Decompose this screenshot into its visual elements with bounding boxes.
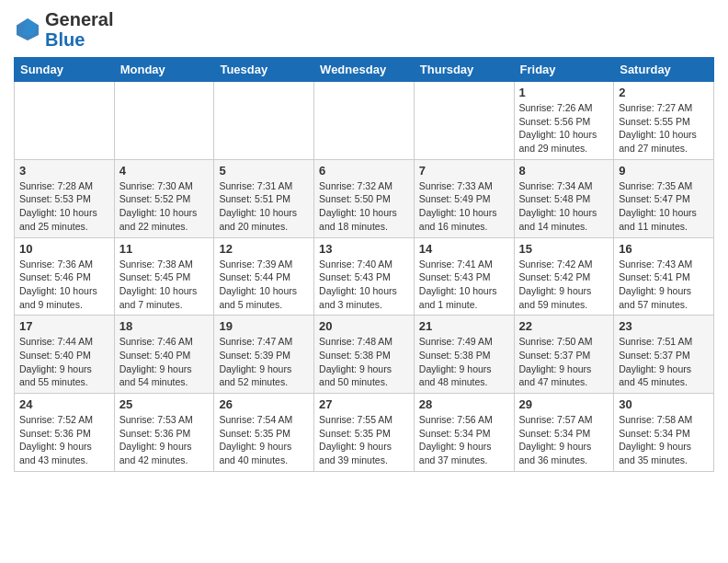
weekday-header-monday: Monday bbox=[114, 58, 214, 82]
weekday-header-thursday: Thursday bbox=[414, 58, 514, 82]
day-number: 17 bbox=[19, 319, 109, 333]
day-cell-14: 14Sunrise: 7:41 AM Sunset: 5:43 PM Dayli… bbox=[414, 237, 514, 316]
day-number: 21 bbox=[419, 319, 509, 333]
day-info: Sunrise: 7:51 AM Sunset: 5:37 PM Dayligh… bbox=[619, 335, 709, 389]
day-number: 12 bbox=[219, 242, 309, 256]
day-number: 13 bbox=[319, 242, 409, 256]
day-number: 1 bbox=[519, 86, 609, 99]
day-number: 9 bbox=[619, 164, 709, 178]
day-cell-18: 18Sunrise: 7:46 AM Sunset: 5:40 PM Dayli… bbox=[114, 316, 214, 394]
day-info: Sunrise: 7:42 AM Sunset: 5:42 PM Dayligh… bbox=[519, 258, 609, 312]
day-info: Sunrise: 7:36 AM Sunset: 5:46 PM Dayligh… bbox=[19, 258, 109, 312]
day-cell-21: 21Sunrise: 7:49 AM Sunset: 5:38 PM Dayli… bbox=[414, 316, 514, 394]
day-info: Sunrise: 7:55 AM Sunset: 5:35 PM Dayligh… bbox=[319, 413, 409, 467]
day-number: 18 bbox=[119, 319, 210, 333]
day-number: 2 bbox=[619, 86, 709, 99]
day-number: 14 bbox=[419, 242, 509, 256]
week-row-5: 24Sunrise: 7:52 AM Sunset: 5:36 PM Dayli… bbox=[15, 394, 714, 472]
day-cell-9: 9Sunrise: 7:35 AM Sunset: 5:47 PM Daylig… bbox=[614, 159, 714, 237]
weekday-header-wednesday: Wednesday bbox=[314, 58, 415, 82]
day-info: Sunrise: 7:41 AM Sunset: 5:43 PM Dayligh… bbox=[419, 258, 509, 312]
day-cell-23: 23Sunrise: 7:51 AM Sunset: 5:37 PM Dayli… bbox=[614, 316, 714, 394]
day-info: Sunrise: 7:49 AM Sunset: 5:38 PM Dayligh… bbox=[419, 335, 509, 389]
day-info: Sunrise: 7:39 AM Sunset: 5:44 PM Dayligh… bbox=[219, 258, 309, 312]
day-number: 3 bbox=[19, 164, 109, 178]
calendar-table: SundayMondayTuesdayWednesdayThursdayFrid… bbox=[14, 57, 714, 472]
day-info: Sunrise: 7:43 AM Sunset: 5:41 PM Dayligh… bbox=[619, 258, 709, 312]
day-cell-25: 25Sunrise: 7:53 AM Sunset: 5:36 PM Dayli… bbox=[114, 394, 214, 472]
day-info: Sunrise: 7:31 AM Sunset: 5:51 PM Dayligh… bbox=[219, 179, 309, 234]
day-number: 23 bbox=[619, 319, 709, 333]
day-info: Sunrise: 7:38 AM Sunset: 5:45 PM Dayligh… bbox=[119, 258, 210, 312]
day-cell-16: 16Sunrise: 7:43 AM Sunset: 5:41 PM Dayli… bbox=[614, 237, 714, 316]
day-info: Sunrise: 7:56 AM Sunset: 5:34 PM Dayligh… bbox=[419, 413, 509, 467]
day-info: Sunrise: 7:33 AM Sunset: 5:49 PM Dayligh… bbox=[419, 179, 509, 234]
empty-cell bbox=[314, 82, 415, 160]
day-cell-12: 12Sunrise: 7:39 AM Sunset: 5:44 PM Dayli… bbox=[214, 237, 314, 316]
day-cell-20: 20Sunrise: 7:48 AM Sunset: 5:38 PM Dayli… bbox=[314, 316, 415, 394]
day-number: 6 bbox=[319, 164, 409, 178]
day-cell-26: 26Sunrise: 7:54 AM Sunset: 5:35 PM Dayli… bbox=[214, 394, 314, 472]
day-info: Sunrise: 7:50 AM Sunset: 5:37 PM Dayligh… bbox=[519, 335, 609, 389]
day-cell-11: 11Sunrise: 7:38 AM Sunset: 5:45 PM Dayli… bbox=[114, 237, 214, 316]
day-info: Sunrise: 7:32 AM Sunset: 5:50 PM Dayligh… bbox=[319, 179, 409, 234]
page: General Blue SundayMondayTuesdayWednesda… bbox=[0, 0, 728, 481]
week-row-4: 17Sunrise: 7:44 AM Sunset: 5:40 PM Dayli… bbox=[15, 316, 714, 394]
day-number: 20 bbox=[319, 319, 409, 333]
day-info: Sunrise: 7:34 AM Sunset: 5:48 PM Dayligh… bbox=[519, 179, 609, 234]
day-info: Sunrise: 7:28 AM Sunset: 5:53 PM Dayligh… bbox=[19, 179, 109, 234]
day-number: 26 bbox=[219, 397, 309, 411]
day-info: Sunrise: 7:54 AM Sunset: 5:35 PM Dayligh… bbox=[219, 413, 309, 467]
day-number: 7 bbox=[419, 164, 509, 178]
day-cell-2: 2Sunrise: 7:27 AM Sunset: 5:55 PM Daylig… bbox=[614, 82, 714, 160]
week-row-1: 1Sunrise: 7:26 AM Sunset: 5:56 PM Daylig… bbox=[15, 82, 714, 160]
day-number: 5 bbox=[219, 164, 309, 178]
day-number: 25 bbox=[119, 397, 210, 411]
day-cell-13: 13Sunrise: 7:40 AM Sunset: 5:43 PM Dayli… bbox=[314, 237, 415, 316]
day-number: 29 bbox=[519, 397, 609, 411]
day-cell-7: 7Sunrise: 7:33 AM Sunset: 5:49 PM Daylig… bbox=[414, 159, 514, 237]
day-info: Sunrise: 7:52 AM Sunset: 5:36 PM Dayligh… bbox=[19, 413, 109, 467]
day-cell-17: 17Sunrise: 7:44 AM Sunset: 5:40 PM Dayli… bbox=[15, 316, 115, 394]
day-cell-6: 6Sunrise: 7:32 AM Sunset: 5:50 PM Daylig… bbox=[314, 159, 415, 237]
day-number: 15 bbox=[519, 242, 609, 256]
day-cell-4: 4Sunrise: 7:30 AM Sunset: 5:52 PM Daylig… bbox=[114, 159, 214, 237]
day-number: 28 bbox=[419, 397, 509, 411]
day-info: Sunrise: 7:48 AM Sunset: 5:38 PM Dayligh… bbox=[319, 335, 409, 389]
empty-cell bbox=[414, 82, 514, 160]
day-cell-1: 1Sunrise: 7:26 AM Sunset: 5:56 PM Daylig… bbox=[514, 82, 614, 160]
day-info: Sunrise: 7:35 AM Sunset: 5:47 PM Dayligh… bbox=[619, 179, 709, 234]
logo-text: General Blue bbox=[45, 9, 113, 50]
day-cell-30: 30Sunrise: 7:58 AM Sunset: 5:34 PM Dayli… bbox=[614, 394, 714, 472]
header: General Blue bbox=[14, 9, 714, 50]
weekday-header-friday: Friday bbox=[514, 58, 614, 82]
empty-cell bbox=[214, 82, 314, 160]
empty-cell bbox=[15, 82, 115, 160]
day-info: Sunrise: 7:44 AM Sunset: 5:40 PM Dayligh… bbox=[19, 335, 109, 389]
day-cell-3: 3Sunrise: 7:28 AM Sunset: 5:53 PM Daylig… bbox=[15, 159, 115, 237]
day-cell-27: 27Sunrise: 7:55 AM Sunset: 5:35 PM Dayli… bbox=[314, 394, 415, 472]
day-cell-28: 28Sunrise: 7:56 AM Sunset: 5:34 PM Dayli… bbox=[414, 394, 514, 472]
weekday-header-row: SundayMondayTuesdayWednesdayThursdayFrid… bbox=[15, 58, 714, 82]
weekday-header-saturday: Saturday bbox=[614, 58, 714, 82]
day-cell-5: 5Sunrise: 7:31 AM Sunset: 5:51 PM Daylig… bbox=[214, 159, 314, 237]
day-cell-15: 15Sunrise: 7:42 AM Sunset: 5:42 PM Dayli… bbox=[514, 237, 614, 316]
day-cell-19: 19Sunrise: 7:47 AM Sunset: 5:39 PM Dayli… bbox=[214, 316, 314, 394]
day-number: 19 bbox=[219, 319, 309, 333]
day-number: 8 bbox=[519, 164, 609, 178]
day-info: Sunrise: 7:46 AM Sunset: 5:40 PM Dayligh… bbox=[119, 335, 210, 389]
week-row-3: 10Sunrise: 7:36 AM Sunset: 5:46 PM Dayli… bbox=[15, 237, 714, 316]
day-info: Sunrise: 7:30 AM Sunset: 5:52 PM Dayligh… bbox=[119, 179, 210, 234]
logo-icon bbox=[14, 16, 41, 43]
day-info: Sunrise: 7:26 AM Sunset: 5:56 PM Dayligh… bbox=[519, 101, 609, 155]
day-number: 10 bbox=[19, 242, 109, 256]
day-info: Sunrise: 7:58 AM Sunset: 5:34 PM Dayligh… bbox=[619, 413, 709, 467]
day-cell-22: 22Sunrise: 7:50 AM Sunset: 5:37 PM Dayli… bbox=[514, 316, 614, 394]
day-info: Sunrise: 7:53 AM Sunset: 5:36 PM Dayligh… bbox=[119, 413, 210, 467]
day-info: Sunrise: 7:27 AM Sunset: 5:55 PM Dayligh… bbox=[619, 101, 709, 155]
day-number: 22 bbox=[519, 319, 609, 333]
day-info: Sunrise: 7:47 AM Sunset: 5:39 PM Dayligh… bbox=[219, 335, 309, 389]
day-info: Sunrise: 7:40 AM Sunset: 5:43 PM Dayligh… bbox=[319, 258, 409, 312]
day-number: 11 bbox=[119, 242, 210, 256]
day-cell-8: 8Sunrise: 7:34 AM Sunset: 5:48 PM Daylig… bbox=[514, 159, 614, 237]
